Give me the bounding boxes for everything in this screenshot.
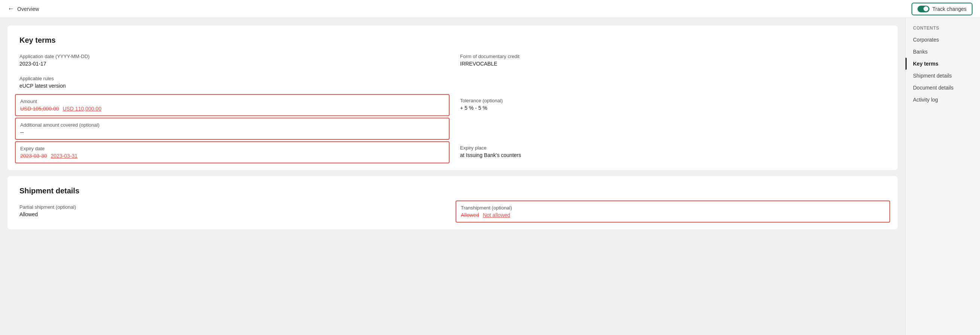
amount-changed-box: Amount USD 105,000.00 USD 110,000.00 [15,94,450,116]
application-date-value: 2023-01-17 [19,61,445,67]
track-changes-label: Track changes [932,6,967,12]
expiry-place-field: Expiry place at Issuing Bank's counters [460,145,886,160]
expiry-date-field: Expiry date 2023-03-30 2023-03-31 [19,145,445,160]
applicable-rules-label: Applicable rules [19,76,445,81]
page-layout: Key terms Application date (YYYY-MM-DD) … [0,18,980,335]
transhipment-field: Transhipment (optional) Allowed Not allo… [460,204,886,219]
header-title: Overview [17,6,39,12]
sidebar-item-shipment-details-label: Shipment details [913,73,952,79]
additional-amount-changed-box: Additional amount covered (optional) -- [15,118,450,140]
partial-shipment-label: Partial shipment (optional) [19,204,445,210]
main-content: Key terms Application date (YYYY-MM-DD) … [0,18,905,335]
additional-amount-field: Additional amount covered (optional) -- [19,121,445,136]
form-of-credit-field: Form of documentary credit IRREVOCABLE [460,54,886,67]
amount-field: Amount USD 105,000.00 USD 110,000.00 [19,98,445,112]
sidebar-item-document-details[interactable]: Document details [905,82,980,94]
key-terms-grid: Application date (YYYY-MM-DD) 2023-01-17… [19,54,886,160]
amount-value: USD 105,000.00 USD 110,000.00 [20,106,444,112]
expiry-date-changed-box: Expiry date 2023-03-30 2023-03-31 [15,141,450,163]
back-button[interactable]: ← Overview [8,5,39,13]
partial-shipment-field: Partial shipment (optional) Allowed [19,204,445,219]
application-date-field: Application date (YYYY-MM-DD) 2023-01-17 [19,54,445,67]
key-terms-title: Key terms [19,36,886,45]
amount-old-value: USD 105,000.00 [20,106,59,112]
expiry-place-label: Expiry place [460,145,886,151]
sidebar: Contents Corporates Banks Key terms Ship… [905,18,980,335]
shipment-details-section: Shipment details Partial shipment (optio… [8,176,898,229]
sidebar-item-activity-log-label: Activity log [913,97,938,103]
form-of-credit-value: IRREVOCABLE [460,61,886,67]
tolerance-value: + 5 % - 5 % [460,105,886,111]
empty-cell-1 [460,76,886,89]
amount-new-value: USD 110,000.00 [62,106,102,112]
tolerance-field: Tolerance (optional) + 5 % - 5 % [460,98,886,112]
transhipment-label: Transhipment (optional) [461,205,885,211]
transhipment-new-value: Not allowed [483,212,510,218]
sidebar-item-corporates-label: Corporates [913,37,939,43]
amount-label: Amount [20,99,444,104]
sidebar-item-shipment-details[interactable]: Shipment details [905,70,980,82]
expiry-place-value: at Issuing Bank's counters [460,152,886,158]
sidebar-item-corporates[interactable]: Corporates [905,34,980,46]
transhipment-value: Allowed Not allowed [461,212,885,218]
sidebar-item-activity-log[interactable]: Activity log [905,94,980,106]
expiry-date-value: 2023-03-30 2023-03-31 [20,153,444,159]
tolerance-label: Tolerance (optional) [460,98,886,104]
sidebar-item-key-terms-label: Key terms [913,61,939,67]
transhipment-changed-box: Transhipment (optional) Allowed Not allo… [455,201,890,223]
sidebar-item-banks[interactable]: Banks [905,46,980,58]
expiry-date-new-value: 2023-03-31 [51,153,78,159]
expiry-date-old-value: 2023-03-30 [20,153,47,159]
partial-shipment-value: Allowed [19,211,445,217]
header: ← Overview Track changes [0,0,980,18]
transhipment-old-value: Allowed [461,212,479,218]
back-arrow-icon: ← [8,5,14,13]
track-changes-button[interactable]: Track changes [912,3,972,15]
sidebar-item-key-terms[interactable]: Key terms [905,58,980,70]
shipment-details-grid: Partial shipment (optional) Allowed Tran… [19,204,886,219]
sidebar-item-document-details-label: Document details [913,85,953,91]
additional-amount-label: Additional amount covered (optional) [20,122,444,128]
key-terms-section: Key terms Application date (YYYY-MM-DD) … [8,26,898,170]
additional-amount-value: -- [20,129,444,135]
toggle-icon [918,6,929,12]
application-date-label: Application date (YYYY-MM-DD) [19,54,445,59]
applicable-rules-value: eUCP latest version [19,83,445,89]
applicable-rules-field: Applicable rules eUCP latest version [19,76,445,89]
form-of-credit-label: Form of documentary credit [460,54,886,59]
sidebar-heading: Contents [905,24,980,34]
expiry-date-label: Expiry date [20,146,444,152]
shipment-details-title: Shipment details [19,187,886,195]
sidebar-item-banks-label: Banks [913,49,928,55]
empty-cell-2 [460,121,886,136]
